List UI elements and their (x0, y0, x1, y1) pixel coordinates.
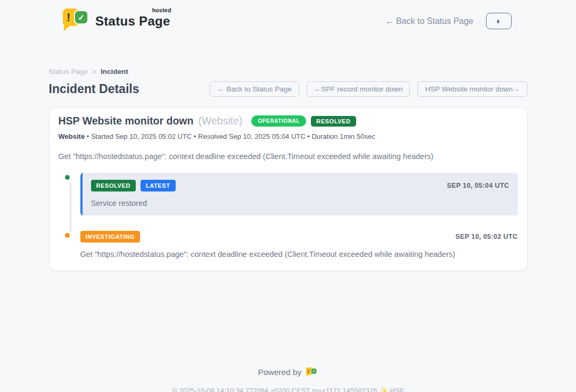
theme-toggle-button[interactable]: ◐ (486, 13, 512, 29)
footer-brand-icon[interactable]: ! ✓ (306, 367, 318, 378)
timeline-timestamp: SEP 10, 05:04 UTC (447, 182, 509, 189)
operational-status-badge: OPERATIONAL (251, 115, 306, 127)
copyright-text: © 2025-10-08 14:10:34.772084 +0200 CEST … (49, 387, 528, 392)
orange-dot-icon (63, 231, 71, 239)
powered-by: Powered by ! ✓ (258, 367, 318, 378)
powered-by-label: Powered by (258, 368, 302, 377)
page-title: Incident Details (49, 82, 139, 96)
timeline-badge-row: INVESTIGATING SEP 10, 05:02 UTC (80, 231, 518, 243)
incident-component: Website (59, 132, 85, 140)
circle-half-icon: ◐ (496, 17, 501, 26)
header-actions: ← Back to Status Page ◐ (385, 13, 512, 29)
timeline-badge-row: RESOLVED LATEST SEP 10, 05:04 UTC (91, 180, 509, 191)
timeline-message: Get "https://hostedstatus.page": context… (80, 250, 518, 258)
incident-meta-details: • Started Sep 10, 2025 05:02 UTC • Resol… (87, 132, 375, 140)
next-incident-button[interactable]: HSP Website monitor down→ (417, 81, 527, 97)
timeline-entry-content: RESOLVED LATEST SEP 10, 05:04 UTC Servic… (80, 173, 518, 215)
back-to-status-page-button[interactable]: ← Back to Status Page (210, 81, 299, 97)
breadcrumb-current: Incident (101, 68, 128, 76)
resolved-badge: RESOLVED (91, 180, 136, 191)
incident-scope: (Website) (198, 115, 242, 127)
incident-nav-buttons: ← Back to Status Page ←SPF record monito… (210, 81, 527, 97)
investigating-badge: INVESTIGATING (80, 231, 141, 243)
brand-superscript: hosted (152, 7, 171, 13)
timeline-entry-resolved: RESOLVED LATEST SEP 10, 05:04 UTC Servic… (59, 173, 518, 215)
timeline-dot-column (59, 173, 80, 215)
footer: Powered by ! ✓ © 2025-10-08 14:10:34.772… (49, 367, 528, 392)
resolved-state-badge: RESOLVED (311, 116, 356, 127)
incident-meta: Website • Started Sep 10, 2025 05:02 UTC… (59, 132, 518, 140)
timeline-message: Service restored (91, 199, 509, 207)
brand-name: Status Page hosted (95, 14, 170, 29)
incident-description: Get "https://hostedstatus.page": context… (59, 152, 518, 161)
status-page-logo-icon: ! ✓ (63, 7, 89, 31)
incident-timeline: RESOLVED LATEST SEP 10, 05:04 UTC Servic… (59, 173, 518, 258)
check-icon: ✓ (74, 10, 88, 24)
latest-badge: LATEST (141, 180, 176, 191)
timeline-dot-column (59, 231, 80, 258)
timeline-entry-investigating: INVESTIGATING SEP 10, 05:02 UTC Get "htt… (59, 231, 518, 258)
timeline-entry-content: INVESTIGATING SEP 10, 05:02 UTC Get "htt… (80, 231, 518, 258)
incident-title: HSP Website monitor down (59, 115, 194, 127)
main-content: Status Page > Incident Incident Details … (49, 68, 528, 392)
check-icon: ✓ (311, 368, 317, 374)
header: ! ✓ Status Page hosted ← Back to Status … (0, 0, 576, 34)
breadcrumb-separator: > (92, 68, 96, 76)
breadcrumb: Status Page > Incident (49, 68, 528, 76)
breadcrumb-root[interactable]: Status Page (49, 68, 88, 76)
brand-logo[interactable]: ! ✓ Status Page hosted (63, 7, 170, 31)
title-row: Incident Details ← Back to Status Page ←… (49, 81, 528, 97)
green-dot-icon (63, 173, 71, 181)
timeline-timestamp: SEP 10, 05:02 UTC (455, 233, 517, 240)
prev-incident-button[interactable]: ←SPF record monitor down (307, 81, 410, 97)
incident-card-header: HSP Website monitor down (Website) OPERA… (59, 115, 518, 127)
header-back-link[interactable]: ← Back to Status Page (385, 16, 473, 26)
incident-card: HSP Website monitor down (Website) OPERA… (49, 107, 528, 271)
